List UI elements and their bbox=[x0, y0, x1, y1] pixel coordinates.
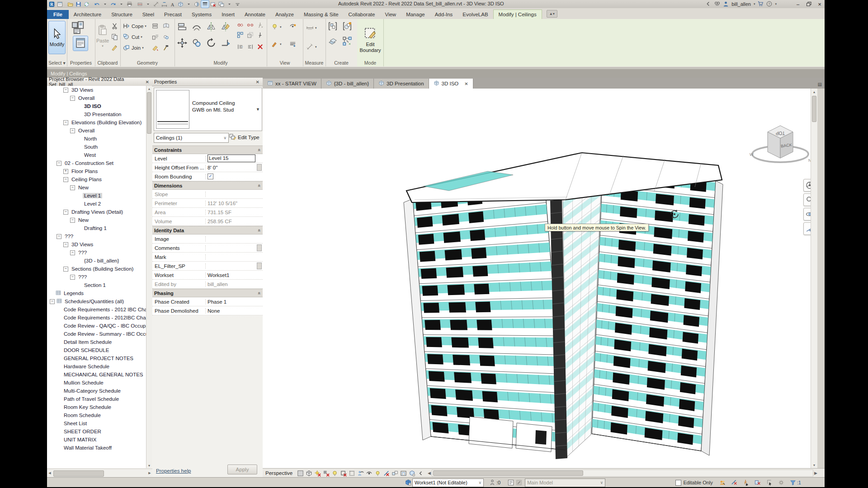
tree-item[interactable]: −New bbox=[47, 216, 146, 224]
property-row[interactable]: Edited bybill_allen bbox=[152, 280, 263, 289]
element-filter-dropdown[interactable]: Ceilings (1)∨ bbox=[154, 133, 229, 143]
rotate-icon[interactable] bbox=[206, 38, 216, 49]
tree-item[interactable]: Room Key Schedule bbox=[47, 403, 146, 411]
select-nearby-icon[interactable] bbox=[765, 479, 774, 486]
project-browser-header[interactable]: Project Browser - Revit 2022 Data Set_bi… bbox=[47, 78, 152, 86]
tree-item[interactable]: +Floor Plans bbox=[47, 167, 146, 175]
constraints-icon[interactable] bbox=[399, 469, 408, 477]
create-similar-icon[interactable] bbox=[342, 21, 352, 32]
tree-item[interactable]: MECHANICAL GENERAL NOTES bbox=[47, 371, 146, 379]
collapse-expander[interactable]: − bbox=[70, 250, 75, 255]
ribbon-tab-annotate[interactable]: Annotate bbox=[240, 10, 270, 19]
linework-icon[interactable] bbox=[288, 40, 297, 48]
value-edit-button[interactable] bbox=[257, 263, 262, 269]
help-menu-caret[interactable]: ▾ bbox=[775, 2, 777, 6]
match-type-icon[interactable] bbox=[110, 43, 118, 52]
property-row[interactable]: Height Offset From ...8' 0" bbox=[152, 163, 263, 172]
beam-joins-icon[interactable] bbox=[162, 22, 170, 30]
minimize-button[interactable]: – bbox=[794, 1, 802, 8]
text-icon[interactable]: A bbox=[169, 0, 176, 8]
collapse-icon[interactable] bbox=[416, 469, 425, 477]
scroll-thumb[interactable] bbox=[147, 92, 151, 134]
view-tab--3d-bill-allen-[interactable]: {3D - bill_allen} bbox=[321, 79, 374, 89]
design-option-dropdown[interactable]: Main Model∨ bbox=[525, 479, 605, 487]
sun-off-icon[interactable] bbox=[313, 469, 322, 477]
tree-item[interactable]: Code Requirements - 2012IBC Chapter bbox=[47, 314, 146, 322]
tree-item[interactable]: GENERAL PROJECT NOTES bbox=[47, 354, 146, 362]
collapse-expander[interactable]: − bbox=[63, 267, 68, 272]
ribbon-tab-manage[interactable]: Manage bbox=[401, 10, 430, 19]
project-browser-vscrollbar[interactable]: ▲ ▼ bbox=[146, 86, 152, 468]
section-header[interactable]: Phasing« bbox=[152, 289, 263, 297]
panel-label-mode[interactable]: Mode bbox=[357, 60, 383, 66]
demolish-hammer-icon[interactable] bbox=[162, 43, 170, 52]
signed-in-user[interactable]: bill_allen bbox=[731, 1, 751, 7]
options-x-icon[interactable] bbox=[730, 479, 738, 486]
thin-lines-icon[interactable] bbox=[201, 0, 209, 8]
tree-item[interactable]: −3D Views bbox=[47, 240, 146, 249]
section-box-icon[interactable] bbox=[136, 0, 144, 8]
properties-palette-button[interactable] bbox=[73, 36, 88, 51]
expand-expander[interactable]: + bbox=[63, 169, 68, 174]
save-icon[interactable] bbox=[75, 0, 82, 8]
override-graphics-button[interactable]: ▾ bbox=[270, 40, 282, 48]
view-scale-label[interactable]: Perspective bbox=[265, 470, 292, 476]
editable-only-label[interactable]: Editable Only bbox=[683, 480, 712, 485]
search-icon[interactable] bbox=[714, 1, 720, 8]
collapse-expander[interactable]: − bbox=[70, 218, 75, 223]
ribbon-tab-modify-ceilings[interactable]: Modify | Ceilings bbox=[493, 9, 542, 19]
align-right-icon[interactable] bbox=[236, 42, 244, 51]
hide-elements-icon[interactable] bbox=[288, 23, 297, 31]
ribbon-tab-structure[interactable]: Structure bbox=[106, 10, 137, 19]
user-menu-caret[interactable]: ▾ bbox=[754, 2, 755, 6]
scroll-down-arrow[interactable]: ▼ bbox=[146, 463, 152, 468]
restore-button[interactable] bbox=[805, 1, 813, 8]
close-button[interactable]: × bbox=[816, 1, 824, 8]
property-row[interactable]: Phase CreatedPhase 1 bbox=[152, 297, 263, 306]
property-row[interactable]: Phase DemolishedNone bbox=[152, 306, 263, 315]
panel-label-properties[interactable]: Properties bbox=[67, 60, 95, 66]
revit-logo[interactable]: R bbox=[48, 0, 56, 8]
tree-item[interactable]: Legends bbox=[47, 289, 146, 297]
scroll-left-arrow[interactable]: ◀ bbox=[47, 470, 52, 476]
canvas-hscrollbar[interactable] bbox=[432, 469, 813, 477]
trim-extend-icon[interactable] bbox=[221, 38, 231, 49]
project-browser-hscrollbar[interactable]: ◀ ▶ bbox=[47, 469, 152, 477]
property-row[interactable]: WorksetWorkset1 bbox=[152, 271, 263, 280]
tree-item[interactable]: −Ceiling Plans bbox=[47, 175, 146, 183]
array-icon[interactable] bbox=[236, 31, 244, 39]
wall-joins-icon[interactable] bbox=[151, 22, 159, 30]
tree-item[interactable]: −Elevations (Building Elevation) bbox=[47, 118, 146, 127]
property-row[interactable]: Perimeter112' 10 5/16" bbox=[152, 199, 263, 208]
panel-label-create[interactable]: Create bbox=[326, 60, 357, 66]
edit-type-button[interactable]: Edit Type bbox=[229, 132, 262, 143]
collapse-expander[interactable]: − bbox=[70, 275, 75, 280]
view-templates-button[interactable]: ▾ bbox=[270, 23, 282, 31]
collapse-expander[interactable]: − bbox=[57, 234, 61, 239]
measure-button[interactable]: ▾ bbox=[306, 23, 317, 32]
crop-off-icon[interactable] bbox=[339, 469, 348, 477]
tree-item[interactable]: −Drafting Views (Detail) bbox=[47, 208, 146, 216]
canvas-vscrollbar[interactable]: ▲ ▼ bbox=[811, 89, 817, 468]
split-face-icon[interactable] bbox=[162, 33, 170, 41]
collapse-expander[interactable]: − bbox=[70, 128, 75, 133]
property-value-input[interactable]: Level 15 bbox=[208, 155, 255, 162]
view-tab-3d-iso[interactable]: 3D ISO✕ bbox=[429, 79, 473, 89]
tree-item[interactable]: UNIT MATRIX bbox=[47, 436, 146, 444]
align-left-icon[interactable] bbox=[246, 42, 254, 51]
tree-item[interactable]: West bbox=[47, 151, 146, 159]
tree-item[interactable]: South bbox=[47, 143, 146, 151]
collapse-expander[interactable]: − bbox=[63, 210, 68, 215]
tree-item[interactable]: Level 2 bbox=[47, 200, 146, 208]
tree-item[interactable]: Code Review - QA/QC - IBC Occupancy bbox=[47, 322, 146, 330]
back-icon[interactable] bbox=[706, 1, 712, 8]
panel-label-modify[interactable]: Modify bbox=[175, 60, 267, 66]
view-tab-xx-start-view[interactable]: xx - START VIEW bbox=[263, 79, 321, 89]
help-icon[interactable]: ? bbox=[766, 1, 772, 8]
ribbon-tab-file[interactable]: File bbox=[47, 10, 69, 19]
editable-only-checkbox[interactable] bbox=[675, 480, 681, 486]
tree-item[interactable]: SHEET ORDER bbox=[47, 427, 146, 436]
ribbon-tab-architecture[interactable]: Architecture bbox=[69, 10, 106, 19]
project-browser-close-icon[interactable]: ✕ bbox=[144, 80, 151, 84]
hscroll-right-arrow[interactable]: ▶ bbox=[814, 471, 817, 475]
